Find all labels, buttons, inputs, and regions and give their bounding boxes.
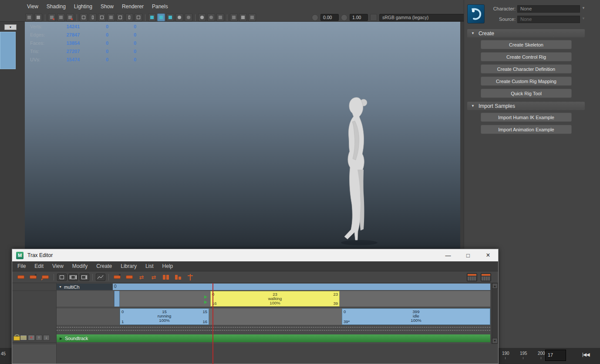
create-custom-rig-mapping-button[interactable]: Create Custom Rig Mapping [481,77,572,86]
minimize-button[interactable]: — [438,249,458,261]
time-cursor-icon[interactable] [204,295,207,299]
active-tool-swatch[interactable] [0,32,16,69]
image-plane-icon[interactable] [66,13,74,21]
import-samples-section-header[interactable]: ▼ Import Samples [467,102,585,110]
library-icon[interactable] [467,273,477,281]
character-model[interactable] [330,97,386,247]
create-control-rig-button[interactable]: Create Control Rig [481,52,572,61]
trim-clip-before-icon[interactable] [161,273,171,281]
split-clip-icon[interactable] [185,273,196,281]
trax-menu-modify[interactable]: Modify [68,263,92,269]
track-lock-icon[interactable] [13,334,19,341]
create-clip-icon[interactable] [16,273,26,281]
xray-joints-icon[interactable] [248,13,256,21]
gate-mask-icon[interactable] [107,13,115,21]
current-frame-field[interactable]: 17 [545,350,566,361]
grid-icon[interactable] [80,13,88,21]
menu-panels[interactable]: Panels [152,3,168,10]
expand-triangle-icon[interactable]: ▶ [60,337,62,341]
track-scrollbar[interactable]: ▲ ▼ [492,283,498,344]
create-character-definition-button[interactable]: Create Character Definition [481,64,572,73]
trax-menu-view[interactable]: View [48,263,68,269]
center-current-time-icon[interactable] [80,274,89,281]
menu-show[interactable]: Show [101,3,114,10]
clip-running[interactable]: 0 15 15 running 100% 1 16 [120,308,209,325]
exposure-icon[interactable] [312,14,318,21]
playhead[interactable] [212,283,213,364]
import-animation-example-button[interactable]: Import Animation Example [481,125,572,134]
toolbox-dropdown[interactable]: ▼ [4,24,17,30]
source-dropdown[interactable]: None [517,16,580,23]
menu-view[interactable]: View [27,3,38,10]
resolution-gate-icon[interactable] [98,13,106,21]
maximize-button[interactable]: □ [458,249,478,261]
soundtrack-bar[interactable]: ▶ Soundtrack [57,334,490,342]
camera-attributes-icon[interactable] [48,13,56,21]
menu-lighting[interactable]: Lighting [74,3,92,10]
character-dropdown[interactable]: None [517,5,580,13]
track-move-up-icon[interactable]: ↑ [36,335,42,341]
key-into-clip-icon[interactable] [112,273,122,281]
clip-walking[interactable]: 0 23 23 walking 100% 16 39 [210,291,340,307]
safe-action-icon[interactable] [125,13,133,21]
track-row-2[interactable]: 0 15 15 running 100% 1 16 0 399 idle 100… [57,308,490,325]
visor-icon[interactable] [481,273,491,281]
textured-icon[interactable] [166,13,174,21]
track-solo-icon[interactable] [20,335,27,341]
chevron-down-icon[interactable]: ▼ [582,17,585,20]
trax-menu-file[interactable]: File [13,263,30,269]
collapsed-clip[interactable] [114,291,120,307]
clip-idle[interactable]: 0 399 idle 100% 39* [342,308,490,325]
view-transform-dropdown[interactable]: sRGB gamma (legacy) ▼ [379,14,472,21]
scroll-down-icon[interactable]: ▼ [492,338,498,344]
track-mute-icon[interactable]: × [28,335,35,341]
exposure-field[interactable]: 0.00 [320,14,339,21]
close-button[interactable]: × [478,249,498,261]
import-clip-icon[interactable] [40,273,51,281]
time-cursor-icon[interactable] [204,301,207,304]
swap-blend-icon[interactable]: ⇄ [136,273,147,281]
color-management-icon[interactable] [370,14,377,21]
track-view-area[interactable]: ▼ multiCh 0 0 23 23 walking 100% 16 39 [57,283,490,344]
create-pose-icon[interactable] [28,273,38,281]
motion-blur-icon[interactable] [207,13,215,21]
film-gate-icon[interactable] [89,13,97,21]
trim-clip-after-icon[interactable] [173,273,183,281]
trax-titlebar[interactable]: M Trax Editor — □ × [12,249,498,261]
trax-menu-create[interactable]: Create [92,263,116,269]
all-lights-icon[interactable] [175,13,183,21]
trax-menu-list[interactable]: List [141,263,158,269]
shadows-icon[interactable] [185,13,192,21]
graph-anim-curves-icon[interactable] [96,274,105,281]
shaded-icon[interactable] [157,13,165,21]
camera-select-icon[interactable] [25,13,33,21]
menu-renderer[interactable]: Renderer [122,3,144,10]
quick-rig-tool-button[interactable]: Quick Rig Tool [481,89,572,98]
menu-shading[interactable]: Shading [47,3,66,10]
summary-track[interactable]: ▼ multiCh 0 [57,284,490,290]
frame-playback-range-icon[interactable] [68,274,78,281]
frame-all-icon[interactable] [57,274,67,281]
scroll-up-icon[interactable]: ▲ [492,283,498,289]
create-section-header[interactable]: ▼ Create [467,29,585,37]
track-move-down-icon[interactable]: ↓ [43,335,50,341]
field-chart-icon[interactable] [116,13,124,21]
go-to-start-button[interactable]: |◀◀ [582,352,590,357]
bookmark-icon[interactable] [57,13,65,21]
track-row-1[interactable]: 0 23 23 walking 100% 16 39 [57,291,490,307]
trax-menu-edit[interactable]: Edit [30,263,48,269]
create-skeleton-button[interactable]: Create Skeleton [481,40,572,49]
chevron-down-icon[interactable]: ▼ [582,6,585,10]
blend-clips-icon[interactable] [124,273,135,281]
xray-icon[interactable] [239,13,247,21]
summary-track-label[interactable]: ▼ multiCh [57,284,113,290]
trax-menu-library[interactable]: Library [116,263,141,269]
safe-title-icon[interactable] [135,13,142,21]
wireframe-icon[interactable] [148,13,156,21]
swap-blend-alt-icon[interactable]: ⇄ [148,273,159,281]
trax-menu-help[interactable]: Help [158,263,178,269]
ao-icon[interactable] [198,13,206,21]
gamma-icon[interactable] [341,14,347,21]
camera-lock-icon[interactable] [34,13,42,21]
isolate-select-icon[interactable] [230,13,238,21]
